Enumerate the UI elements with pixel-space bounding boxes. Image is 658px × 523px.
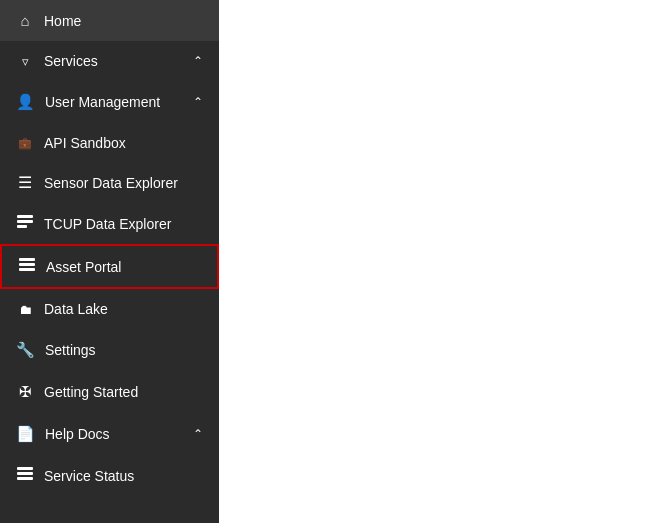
sidebar-item-label: TCUP Data Explorer (44, 216, 203, 232)
main-content (219, 0, 658, 523)
sidebar-item-label: API Sandbox (44, 135, 203, 151)
sidebar-item-getting-started[interactable]: ✠ Getting Started (0, 371, 219, 413)
tcup-icon (16, 215, 34, 232)
sidebar-item-help-docs[interactable]: 📄 Help Docs ⌃ (0, 413, 219, 455)
sidebar-item-label: User Management (45, 94, 193, 110)
svg-rect-6 (17, 467, 33, 470)
sidebar-item-label: Data Lake (44, 301, 203, 317)
data-lake-icon: 🖿 (16, 302, 34, 317)
svg-rect-4 (19, 263, 35, 266)
sidebar-item-label: Services (44, 53, 193, 69)
sidebar-item-label: Asset Portal (46, 259, 201, 275)
services-icon: ▿ (16, 54, 34, 69)
help-docs-icon: 📄 (16, 425, 35, 443)
sidebar-item-service-status[interactable]: Service Status (0, 455, 219, 496)
sidebar-item-label: Help Docs (45, 426, 193, 442)
asset-portal-icon (18, 258, 36, 275)
api-icon: 💼 (16, 137, 34, 150)
svg-rect-2 (17, 225, 27, 228)
sensor-icon: ☰ (16, 175, 34, 191)
sidebar-item-data-lake[interactable]: 🖿 Data Lake (0, 289, 219, 329)
sidebar-item-settings[interactable]: 🔧 Settings (0, 329, 219, 371)
svg-rect-5 (19, 268, 35, 271)
sidebar-item-services[interactable]: ▿ Services ⌃ (0, 41, 219, 81)
sidebar: ⌂ Home ▿ Services ⌃ 👤 User Management ⌃ … (0, 0, 219, 523)
svg-rect-0 (17, 215, 33, 218)
getting-started-icon: ✠ (16, 383, 34, 401)
settings-icon: 🔧 (16, 341, 35, 359)
svg-rect-1 (17, 220, 33, 223)
chevron-icon: ⌃ (193, 54, 203, 68)
home-icon: ⌂ (16, 12, 34, 29)
sidebar-item-label: Getting Started (44, 384, 203, 400)
svg-rect-3 (19, 258, 35, 261)
sidebar-item-label: Settings (45, 342, 203, 358)
service-status-icon (16, 467, 34, 484)
svg-rect-8 (17, 477, 33, 480)
sidebar-item-label: Home (44, 13, 203, 29)
sidebar-item-sensor-data-explorer[interactable]: ☰ Sensor Data Explorer (0, 163, 219, 203)
sidebar-item-tcup-data-explorer[interactable]: TCUP Data Explorer (0, 203, 219, 244)
svg-rect-7 (17, 472, 33, 475)
sidebar-item-user-management[interactable]: 👤 User Management ⌃ (0, 81, 219, 123)
sidebar-item-label: Sensor Data Explorer (44, 175, 203, 191)
chevron-icon: ⌃ (193, 427, 203, 441)
sidebar-item-home[interactable]: ⌂ Home (0, 0, 219, 41)
user-icon: 👤 (16, 93, 35, 111)
sidebar-item-asset-portal[interactable]: Asset Portal (0, 244, 219, 289)
chevron-icon: ⌃ (193, 95, 203, 109)
sidebar-item-api-sandbox[interactable]: 💼 API Sandbox (0, 123, 219, 163)
sidebar-item-label: Service Status (44, 468, 203, 484)
